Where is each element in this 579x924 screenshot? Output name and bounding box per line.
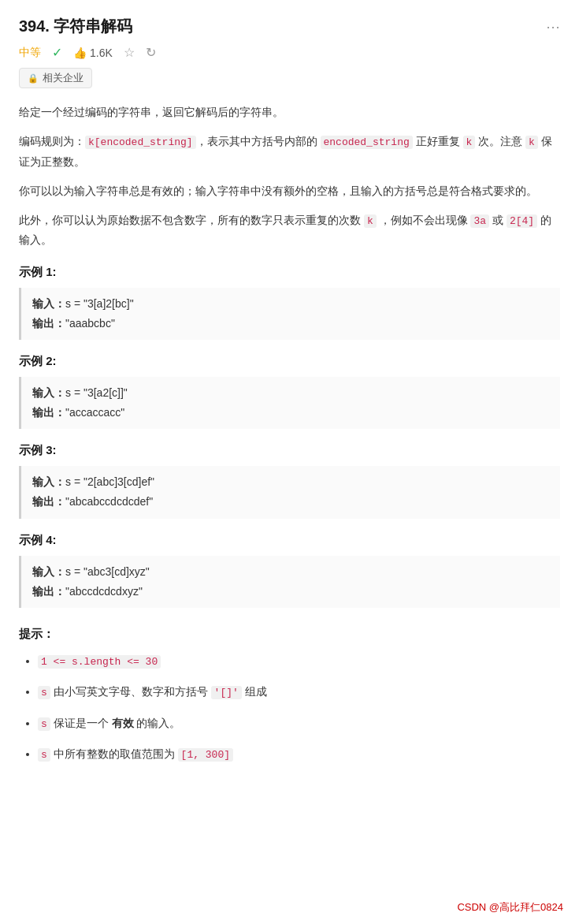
hint3-mid: 保证是一个 — [54, 717, 109, 729]
desc-code2: encoded_string — [321, 136, 413, 149]
lock-icon: 🔒 — [28, 73, 39, 84]
more-icon[interactable]: ⋯ — [546, 18, 560, 35]
hint2-suffix: 组成 — [245, 685, 267, 698]
example2-output: 输出："accaccacc" — [32, 403, 549, 423]
hint-item-2: s 由小写英文字母、数字和方括号 '[]' 组成 — [38, 682, 560, 702]
example2-output-value: "accaccacc" — [65, 406, 124, 419]
desc-line2-prefix: 编码规则为： — [19, 135, 85, 147]
refresh-icon[interactable]: ↻ — [146, 45, 156, 60]
hint3-suffix: 的输入。 — [136, 717, 180, 729]
check-icon: ✓ — [52, 45, 62, 60]
example1-output-label: 输出： — [32, 317, 65, 330]
example1-input-value: s = "3[a]2[bc]" — [65, 297, 134, 310]
desc-code3: k — [463, 136, 476, 149]
example4-output-label: 输出： — [32, 585, 65, 598]
example3-input: 输入：s = "2[abc]3[cd]ef" — [32, 472, 549, 492]
hint4-code1: s — [38, 748, 50, 762]
example3-input-value: s = "2[abc]3[cd]ef" — [65, 475, 154, 488]
example3-title: 示例 3: — [19, 443, 560, 458]
hint-item-1: 1 <= s.length <= 30 — [38, 651, 560, 671]
company-tag[interactable]: 🔒 相关企业 — [19, 68, 92, 88]
desc-line4-mid: ，例如不会出现像 — [380, 214, 468, 226]
example2-output-label: 输出： — [32, 406, 65, 419]
page-title: 394. 字符串解码 — [19, 16, 132, 37]
desc-l4-code3: 2[4] — [507, 214, 537, 228]
description: 给定一个经过编码的字符串，返回它解码后的字符串。 编码规则为：k[encoded… — [19, 102, 560, 251]
meta-row: 中等 ✓ 👍 1.6K ☆ ↻ — [19, 45, 560, 60]
example1-output-value: "aaabcbc" — [65, 317, 115, 330]
hint4-code2: [1, 300] — [178, 748, 233, 762]
example4-input-label: 输入： — [32, 565, 65, 578]
example3-output-value: "abcabccdcdcdef" — [65, 495, 153, 508]
example3-output-label: 输出： — [32, 495, 65, 508]
desc-line4-prefix: 此外，你可以认为原始数据不包含数字，所有的数字只表示重复的次数 — [19, 214, 361, 226]
example4-output: 输出："abccdcdcdxyz" — [32, 582, 549, 602]
watermark: CSDN @高比拜仁0824 — [457, 900, 563, 915]
like-count[interactable]: 👍 1.6K — [73, 47, 113, 59]
desc-line4: 此外，你可以认为原始数据不包含数字，所有的数字只表示重复的次数 k ，例如不会出… — [19, 211, 560, 251]
hint4-mid: 中所有整数的取值范围为 — [54, 747, 175, 760]
like-number: 1.6K — [90, 47, 113, 59]
example3-input-label: 输入： — [32, 475, 65, 488]
example1-block: 输入：s = "3[a]2[bc]" 输出："aaabcbc" — [19, 288, 560, 340]
desc-line2: 编码规则为：k[encoded_string]，表示其中方括号内部的 encod… — [19, 132, 560, 172]
example3-block: 输入：s = "2[abc]3[cd]ef" 输出："abcabccdcdcde… — [19, 466, 560, 518]
thumb-icon: 👍 — [73, 47, 87, 59]
example1-input-label: 输入： — [32, 297, 65, 310]
desc-line2-suffix: 次。注意 — [478, 135, 522, 147]
desc-l4-code1: k — [364, 214, 377, 228]
example1-title: 示例 1: — [19, 265, 560, 280]
hint2-code2: '[]' — [211, 686, 242, 699]
example4-block: 输入：s = "abc3[cd]xyz" 输出："abccdcdcdxyz" — [19, 556, 560, 608]
desc-line4-mid2: 或 — [492, 214, 503, 226]
desc-code4: k — [525, 136, 538, 149]
desc-line3: 你可以以为输入字符串总是有效的；输入字符串中没有额外的空格，且输入的方括号总是符… — [19, 181, 560, 201]
star-icon[interactable]: ☆ — [124, 45, 135, 60]
hint2-mid: 由小写英文字母、数字和方括号 — [54, 685, 208, 698]
hint2-code1: s — [38, 686, 50, 699]
hint-item-4: s 中所有整数的取值范围为 [1, 300] — [38, 744, 560, 764]
hint3-bold: 有效 — [112, 717, 134, 729]
example2-input-value: s = "3[a2[c]]" — [65, 386, 128, 399]
example2-title: 示例 2: — [19, 354, 560, 369]
example4-title: 示例 4: — [19, 533, 560, 548]
example3-output: 输出："abcabccdcdcdef" — [32, 492, 549, 512]
header-row: 394. 字符串解码 ⋯ — [19, 16, 560, 37]
hints-title: 提示： — [19, 627, 560, 642]
desc-code1: k[encoded_string] — [85, 136, 196, 149]
example1-output: 输出："aaabcbc" — [32, 314, 549, 333]
hint3-code1: s — [38, 717, 50, 731]
examples-section: 示例 1: 输入：s = "3[a]2[bc]" 输出："aaabcbc" 示例… — [19, 265, 560, 609]
example4-input: 输入：s = "abc3[cd]xyz" — [32, 562, 549, 582]
hint1-code1: 1 <= s.length <= 30 — [38, 655, 161, 669]
company-tag-label: 相关企业 — [43, 71, 84, 85]
example4-input-value: s = "abc3[cd]xyz" — [65, 565, 150, 578]
example1-input: 输入：s = "3[a]2[bc]" — [32, 294, 549, 314]
example4-output-value: "abccdcdcdxyz" — [65, 585, 143, 598]
desc-l4-code2: 3a — [470, 214, 489, 228]
company-tag-row: 🔒 相关企业 — [19, 68, 560, 88]
difficulty-badge: 中等 — [19, 46, 41, 60]
desc-line2-mid: ，表示其中方括号内部的 — [196, 135, 317, 147]
desc-line2-mid2: 正好重复 — [416, 135, 460, 147]
hints-section: 提示： 1 <= s.length <= 30 s 由小写英文字母、数字和方括号… — [19, 627, 560, 765]
example2-block: 输入：s = "3[a2[c]]" 输出："accaccacc" — [19, 377, 560, 429]
hint-list: 1 <= s.length <= 30 s 由小写英文字母、数字和方括号 '[]… — [19, 651, 560, 765]
hint-item-3: s 保证是一个 有效 的输入。 — [38, 713, 560, 733]
example2-input: 输入：s = "3[a2[c]]" — [32, 383, 549, 403]
example2-input-label: 输入： — [32, 386, 65, 399]
desc-line1: 给定一个经过编码的字符串，返回它解码后的字符串。 — [19, 102, 560, 122]
